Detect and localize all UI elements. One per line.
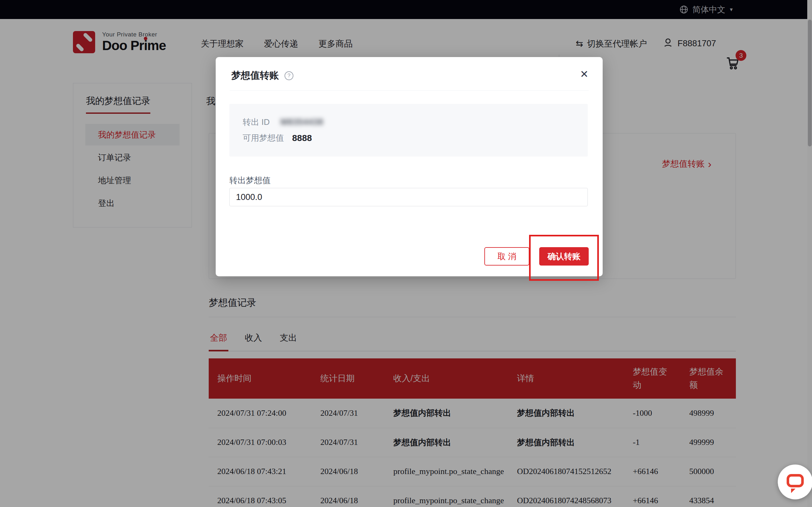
transfer-info-box: 转出 ID M8354438 可用梦想值 8888 <box>229 104 588 157</box>
cancel-button[interactable]: 取 消 <box>484 247 529 266</box>
chat-bubble-tail <box>791 489 796 493</box>
available-value-label: 可用梦想值 <box>243 132 284 144</box>
transfer-amount-label: 转出梦想值 <box>229 175 270 186</box>
from-id-value-masked: M8354438 <box>281 117 323 127</box>
from-id-label: 转出 ID <box>243 117 270 128</box>
transfer-amount-input[interactable] <box>229 188 588 206</box>
livechat-button[interactable] <box>778 464 812 499</box>
modal-divider <box>230 90 589 91</box>
available-value: 8888 <box>292 133 312 143</box>
page: 简体中文 ▾ Your Private Broker Doo Prime 关于理… <box>0 0 812 507</box>
modal-title: 梦想值转账 <box>231 69 279 82</box>
help-icon[interactable]: ? <box>285 71 293 80</box>
annotation-highlight-rect <box>529 235 599 281</box>
close-icon[interactable]: ✕ <box>577 67 591 81</box>
chat-bubble-icon <box>786 474 804 487</box>
